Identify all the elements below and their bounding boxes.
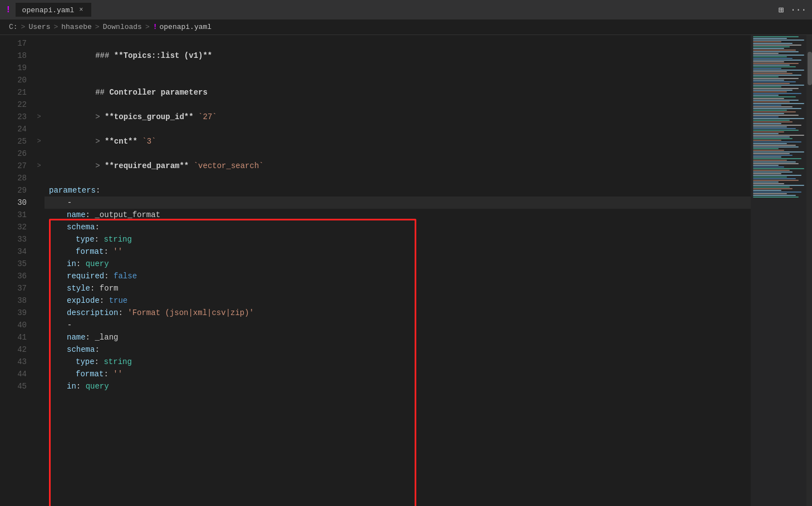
fold-28 (33, 172, 45, 184)
breadcrumb-downloads[interactable]: Downloads (103, 23, 142, 31)
fold-32 (33, 221, 45, 233)
scrollbar-track[interactable] (806, 35, 812, 506)
layout-icon[interactable]: ⊞ (779, 4, 784, 16)
line-num-24: 24 (0, 123, 27, 135)
code-line-35: in: query (45, 258, 751, 270)
breadcrumb: C: > Users > hhasebe > Downloads > ! ope… (0, 19, 812, 35)
line-num-25: 25 (0, 135, 27, 148)
line-num-26: 26 (0, 148, 27, 160)
line-num-43: 43 (0, 356, 27, 368)
code-line-30: - (45, 196, 751, 209)
line-num-37: 37 (0, 282, 27, 294)
fold-gutter: > > > (33, 35, 45, 506)
title-bar: ! openapi.yaml × ⊞ ··· (0, 0, 812, 19)
fold-38 (33, 294, 45, 307)
fold-21 (33, 86, 45, 99)
fold-19 (33, 62, 45, 74)
code-line-43: type: string (45, 356, 751, 368)
editor-tab[interactable]: openapi.yaml × (16, 3, 92, 17)
line-num-41: 41 (0, 331, 27, 343)
code-line-29: parameters: (45, 184, 751, 196)
breadcrumb-exclamation: ! (153, 23, 158, 31)
fold-39 (33, 307, 45, 319)
code-line-38: explode: true (45, 294, 751, 307)
scrollbar-thumb[interactable] (808, 52, 812, 85)
line-num-23: 23 (0, 111, 27, 123)
line-num-36: 36 (0, 270, 27, 282)
code-line-21: ## Controller parameters (45, 86, 751, 99)
code-line-28 (45, 172, 751, 184)
tab-close-button[interactable]: × (77, 6, 85, 14)
fold-25: > (33, 135, 45, 148)
code-line-25: > **cnt** `3` (45, 135, 751, 148)
code-content[interactable]: ### **Topics::list (v1)** ## Controller … (45, 35, 751, 506)
breadcrumb-user[interactable]: hhasebe (61, 23, 92, 31)
line-num-31: 31 (0, 209, 27, 221)
line-num-17: 17 (0, 37, 27, 50)
tab-label: openapi.yaml (22, 6, 75, 14)
fold-18 (33, 50, 45, 62)
breadcrumb-sep-1: > (21, 23, 26, 31)
fold-43 (33, 356, 45, 368)
code-line-27: > **required_param** `vector_search` (45, 160, 751, 172)
code-line-36: required: false (45, 270, 751, 282)
code-line-31: name: _output_format (45, 209, 751, 221)
line-num-30: 30 (0, 196, 27, 209)
app-icon: ! (6, 5, 11, 15)
minimap[interactable] (751, 35, 812, 506)
title-bar-left: ! openapi.yaml × (6, 3, 91, 17)
fold-20 (33, 74, 45, 86)
line-num-40: 40 (0, 319, 27, 331)
minimap-content (751, 35, 812, 506)
breadcrumb-drive[interactable]: C: (9, 23, 18, 31)
breadcrumb-sep-3: > (95, 23, 100, 31)
line-num-35: 35 (0, 258, 27, 270)
line-num-39: 39 (0, 307, 27, 319)
line-num-27: 27 (0, 160, 27, 172)
line-num-29: 29 (0, 184, 27, 196)
fold-26 (33, 148, 45, 160)
line-numbers-gutter: 17 18 19 20 21 22 23 24 25 26 27 28 29 3… (0, 35, 33, 506)
code-line-39: description: 'Format (json|xml|csv|zip)' (45, 307, 751, 319)
fold-29 (33, 184, 45, 196)
line-num-20: 20 (0, 74, 27, 86)
fold-42 (33, 343, 45, 356)
line-num-38: 38 (0, 294, 27, 307)
breadcrumb-sep-4: > (145, 23, 150, 31)
code-line-23: > **topics_group_id** `27` (45, 111, 751, 123)
breadcrumb-filename[interactable]: openapi.yaml (160, 23, 212, 31)
fold-23: > (33, 111, 45, 123)
fold-22 (33, 99, 45, 111)
line-num-19: 19 (0, 62, 27, 74)
code-line-32: schema: (45, 221, 751, 233)
fold-45 (33, 380, 45, 392)
code-line-44: format: '' (45, 368, 751, 380)
fold-35 (33, 258, 45, 270)
fold-24 (33, 123, 45, 135)
fold-44 (33, 368, 45, 380)
fold-41 (33, 331, 45, 343)
line-num-33: 33 (0, 233, 27, 245)
line-num-42: 42 (0, 343, 27, 356)
fold-30 (33, 196, 45, 209)
breadcrumb-users[interactable]: Users (28, 23, 50, 31)
line-num-32: 32 (0, 221, 27, 233)
fold-33 (33, 233, 45, 245)
line-num-22: 22 (0, 99, 27, 111)
line-num-44: 44 (0, 368, 27, 380)
breadcrumb-sep-2: > (53, 23, 58, 31)
more-icon[interactable]: ··· (790, 5, 806, 15)
line-num-21: 21 (0, 86, 27, 99)
code-line-37: style: form (45, 282, 751, 294)
line-num-34: 34 (0, 245, 27, 258)
code-line-45: in: query (45, 380, 751, 392)
fold-31 (33, 209, 45, 221)
title-bar-right: ⊞ ··· (779, 4, 806, 16)
fold-17 (33, 37, 45, 50)
line-num-28: 28 (0, 172, 27, 184)
code-line-40: - (45, 319, 751, 331)
code-line-18: ### **Topics::list (v1)** (45, 50, 751, 62)
code-line-34: format: '' (45, 245, 751, 258)
code-line-19 (45, 62, 751, 74)
editor-area: 17 18 19 20 21 22 23 24 25 26 27 28 29 3… (0, 35, 812, 506)
